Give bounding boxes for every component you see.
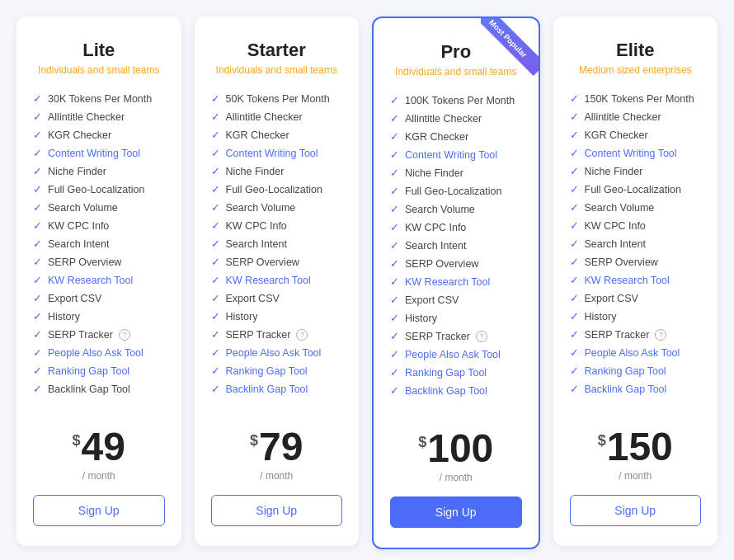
feature-text: KW Research Tool: [405, 276, 490, 288]
check-icon: ✓: [33, 292, 42, 304]
feature-text: Search Intent: [585, 238, 646, 250]
feature-text: KW CPC Info: [405, 222, 466, 233]
feature-text: Export CSV: [585, 293, 638, 304]
check-icon: ✓: [33, 165, 42, 177]
check-icon: ✓: [390, 366, 399, 379]
check-icon: ✓: [570, 201, 579, 214]
plan-subtitle: Medium sized enterprises: [570, 64, 702, 76]
sign-up-button[interactable]: Sign Up: [570, 495, 702, 526]
feature-text: Allintitle Checker: [405, 113, 482, 125]
feature-item: ✓ SERP Tracker ?: [570, 328, 702, 341]
check-icon: ✓: [211, 92, 220, 105]
feature-item: ✓ People Also Ask Tool: [570, 346, 702, 359]
check-icon: ✓: [390, 239, 399, 252]
feature-text: Backlink Gap Tool: [585, 384, 667, 395]
price-period: / month: [390, 472, 522, 483]
sign-up-button[interactable]: Sign Up: [33, 495, 165, 526]
feature-text: People Also Ask Tool: [226, 347, 322, 359]
check-icon: ✓: [390, 130, 399, 143]
price-amount: 100: [427, 429, 493, 468]
check-icon: ✓: [390, 203, 399, 215]
popular-badge-wrapper: Most Popular: [481, 18, 539, 76]
feature-item: ✓ Backlink Gap Tool: [211, 383, 343, 395]
check-icon: ✓: [211, 219, 220, 232]
check-icon: ✓: [211, 346, 220, 359]
feature-text: 150K Tokens Per Month: [585, 93, 694, 105]
feature-item: ✓ Ranking Gap Tool: [570, 365, 702, 377]
check-icon: ✓: [390, 348, 399, 360]
feature-text: Search Volume: [226, 202, 296, 214]
feature-text: Ranking Gap Tool: [405, 367, 487, 379]
feature-item: ✓ Content Writing Tool: [570, 147, 702, 159]
feature-item: ✓ SERP Tracker ?: [390, 330, 522, 342]
plan-card-lite: Lite Individuals and small teams ✓ 30K T…: [16, 16, 181, 546]
feature-text: Export CSV: [226, 293, 280, 304]
feature-item: ✓ History: [570, 310, 702, 322]
feature-item: ✓ Niche Finder: [570, 165, 702, 177]
feature-text: SERP Overview: [226, 256, 299, 268]
tooltip-icon[interactable]: ?: [296, 329, 308, 341]
feature-item: ✓ KW CPC Info: [570, 219, 702, 232]
check-icon: ✓: [390, 94, 399, 106]
features-list: ✓ 50K Tokens Per Month ✓ Allintitle Chec…: [211, 92, 343, 401]
sign-up-button[interactable]: Sign Up: [211, 495, 343, 526]
price-row: $ 79: [211, 427, 343, 467]
feature-item: ✓ SERP Overview: [211, 256, 343, 268]
feature-item: ✓ 50K Tokens Per Month: [211, 92, 343, 105]
price-row: $ 100: [390, 429, 522, 468]
price-amount: 150: [607, 427, 673, 467]
feature-item: ✓ History: [390, 312, 522, 324]
feature-text: SERP Overview: [405, 258, 478, 270]
check-icon: ✓: [211, 111, 220, 123]
check-icon: ✓: [211, 292, 220, 304]
feature-text: KGR Checker: [48, 129, 111, 141]
check-icon: ✓: [570, 165, 579, 177]
check-icon: ✓: [570, 274, 579, 286]
feature-text: SERP Overview: [585, 256, 658, 268]
check-icon: ✓: [570, 129, 579, 141]
feature-item: ✓ SERP Overview: [570, 256, 702, 268]
tooltip-icon[interactable]: ?: [476, 331, 487, 342]
plan-card-pro: Most Popular Pro Individuals and small t…: [372, 16, 540, 549]
tooltip-icon[interactable]: ?: [119, 329, 130, 341]
price-row: $ 49: [33, 427, 165, 467]
feature-item: ✓ KW Research Tool: [570, 274, 702, 286]
feature-item: ✓ Allintitle Checker: [211, 111, 343, 123]
feature-text: Search Volume: [48, 202, 118, 214]
feature-item: ✓ People Also Ask Tool: [211, 346, 343, 359]
feature-item: ✓ 30K Tokens Per Month: [33, 92, 165, 105]
check-icon: ✓: [211, 383, 220, 395]
check-icon: ✓: [570, 383, 579, 395]
feature-item: ✓ Niche Finder: [211, 165, 343, 177]
check-icon: ✓: [33, 111, 42, 123]
check-icon: ✓: [390, 148, 399, 161]
feature-text: KW Research Tool: [226, 275, 311, 286]
check-icon: ✓: [570, 328, 579, 341]
plan-card-starter: Starter Individuals and small teams ✓ 50…: [195, 16, 360, 546]
feature-text: Full Geo-Localization: [48, 184, 144, 195]
feature-text: Search Intent: [48, 238, 109, 250]
feature-text: Backlink Gap Tool: [48, 384, 130, 395]
feature-text: 100K Tokens Per Month: [405, 95, 515, 106]
feature-item: ✓ History: [33, 310, 165, 322]
tooltip-icon[interactable]: ?: [655, 329, 666, 341]
price-period: / month: [570, 470, 702, 482]
features-list: ✓ 100K Tokens Per Month ✓ Allintitle Che…: [390, 94, 522, 402]
feature-text: Content Writing Tool: [226, 148, 318, 159]
feature-text: History: [405, 313, 437, 324]
check-icon: ✓: [570, 256, 579, 268]
feature-item: ✓ Ranking Gap Tool: [211, 365, 343, 377]
check-icon: ✓: [33, 238, 42, 250]
price-dollar: $: [73, 432, 81, 449]
price-section: $ 150 / month: [570, 427, 702, 482]
check-icon: ✓: [33, 256, 42, 268]
sign-up-button[interactable]: Sign Up: [390, 496, 522, 528]
feature-item: ✓ Content Writing Tool: [211, 147, 343, 159]
check-icon: ✓: [390, 294, 399, 306]
plan-title: Lite: [33, 40, 165, 61]
feature-item: ✓ Search Volume: [211, 201, 343, 214]
feature-text: Full Geo-Localization: [226, 184, 322, 195]
check-icon: ✓: [390, 221, 399, 233]
check-icon: ✓: [570, 111, 579, 123]
feature-text: KW CPC Info: [585, 220, 646, 232]
